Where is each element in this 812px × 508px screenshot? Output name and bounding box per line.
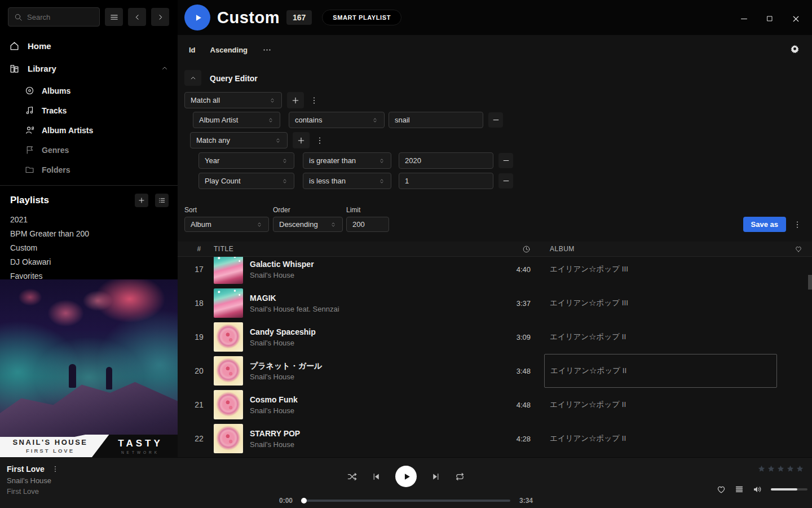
- seek-slider-knob[interactable]: [301, 498, 307, 503]
- query-editor-collapse-button[interactable]: [184, 70, 201, 86]
- now-playing-options-icon[interactable]: [51, 465, 59, 473]
- track-album-focused-cell[interactable]: エイリアン☆ポップ II: [544, 354, 777, 388]
- rule-field-select[interactable]: Play Count: [198, 173, 294, 189]
- playlist-item[interactable]: BPM Greater than 200: [0, 227, 178, 241]
- seek-bar-row: 0:00 3:34: [272, 497, 540, 505]
- more-options-icon[interactable]: [262, 45, 272, 55]
- scrollbar[interactable]: [807, 257, 812, 457]
- sidebar-item-library[interactable]: Library: [0, 60, 178, 76]
- sidebar-item-folders[interactable]: Folders: [0, 160, 178, 179]
- nav-back-button[interactable]: [128, 8, 146, 26]
- playlist-item[interactable]: DJ Okawari: [0, 255, 178, 269]
- favorite-button[interactable]: [716, 484, 726, 494]
- window-maximize-button[interactable]: [761, 12, 778, 25]
- order-select[interactable]: Descending: [273, 217, 343, 232]
- star-icon[interactable]: [776, 465, 785, 473]
- manage-playlists-button[interactable]: [155, 194, 169, 207]
- rule-operator-select[interactable]: is greater than: [303, 152, 391, 169]
- elapsed-time: 0:00: [272, 497, 293, 505]
- now-playing-info[interactable]: First Love Snail's House First Love: [7, 465, 59, 496]
- add-rule-button[interactable]: [293, 132, 310, 148]
- scrollbar-thumb[interactable]: [808, 275, 812, 290]
- table-row[interactable]: 22 STARRY POP Snail's House 4:28 エイリアン☆ポ…: [178, 422, 812, 456]
- now-playing-album[interactable]: First Love: [7, 487, 59, 496]
- match-select[interactable]: Match all: [184, 92, 282, 108]
- save-options-button[interactable]: [792, 217, 803, 232]
- rating-stars[interactable]: [757, 465, 804, 473]
- track-count-badge: 167: [286, 10, 312, 25]
- star-icon[interactable]: [786, 465, 795, 473]
- sort-direction-button[interactable]: Ascending: [210, 46, 248, 54]
- rule-field-select[interactable]: Album Artist: [193, 112, 280, 128]
- limit-input[interactable]: [346, 217, 389, 232]
- remove-rule-button[interactable]: [498, 153, 513, 168]
- save-as-button[interactable]: Save as: [743, 217, 786, 232]
- column-title[interactable]: TITLE: [214, 245, 500, 253]
- window-close-button[interactable]: [787, 12, 804, 25]
- add-rule-button[interactable]: [287, 92, 304, 108]
- menu-button[interactable]: [105, 8, 123, 26]
- gear-icon[interactable]: [790, 44, 800, 54]
- table-row[interactable]: 20 プラネット・ガール Snail's House 3:48 エイリアン☆ポッ…: [178, 354, 812, 388]
- shuffle-button[interactable]: [347, 471, 358, 482]
- remove-rule-button[interactable]: [488, 112, 503, 128]
- table-row[interactable]: 19 Candy Spaceship Snail's House 3:09 エイ…: [178, 320, 812, 354]
- track-album[interactable]: エイリアン☆ポップ III: [534, 257, 785, 286]
- remove-rule-button[interactable]: [498, 173, 513, 189]
- duration-column-clock-icon[interactable]: [500, 245, 534, 253]
- heart-icon: [716, 484, 726, 494]
- add-playlist-button[interactable]: [135, 194, 148, 207]
- star-icon[interactable]: [767, 465, 775, 473]
- rule-field-select[interactable]: Year: [198, 152, 294, 169]
- sidebar-item-genres[interactable]: Genres: [0, 140, 178, 160]
- next-track-button[interactable]: [431, 472, 440, 481]
- rule-operator-select[interactable]: contains: [289, 112, 385, 128]
- table-row[interactable]: 21 Cosmo Funk Snail's House 4:48 エイリアン☆ポ…: [178, 388, 812, 422]
- secondary-controls: [716, 484, 807, 494]
- track-album[interactable]: エイリアン☆ポップ II: [534, 388, 785, 422]
- repeat-button[interactable]: [454, 471, 465, 482]
- search-box[interactable]: [8, 7, 100, 27]
- playlist-item[interactable]: Custom: [0, 241, 178, 255]
- column-album[interactable]: ALBUM: [534, 245, 785, 253]
- sidebar-item-album-artists[interactable]: Album Artists: [0, 120, 178, 140]
- play-playlist-button[interactable]: [184, 5, 210, 30]
- seek-slider[interactable]: [302, 500, 510, 502]
- sidebar-item-label: Library: [28, 64, 56, 73]
- volume-button[interactable]: [752, 484, 762, 494]
- now-playing-album-art[interactable]: TASTY NETWORK SNAIL'S HOUSE FIRST LOVE: [0, 279, 178, 457]
- sidebar-item-tracks[interactable]: Tracks: [0, 100, 178, 120]
- collapse-chevron-icon[interactable]: [161, 64, 169, 72]
- rule-value-input[interactable]: [399, 173, 493, 189]
- nav-forward-button[interactable]: [151, 8, 169, 26]
- sidebar-item-home[interactable]: Home: [0, 38, 178, 54]
- track-album[interactable]: エイリアン☆ポップ III: [534, 286, 785, 320]
- sort-select[interactable]: Album: [184, 217, 269, 232]
- volume-slider[interactable]: [771, 488, 807, 491]
- playlist-item[interactable]: 2021: [0, 213, 178, 227]
- favorite-column-heart-icon[interactable]: [785, 245, 812, 253]
- column-number[interactable]: #: [184, 245, 214, 253]
- play-pause-button[interactable]: [395, 466, 417, 487]
- now-playing-artist[interactable]: Snail's House: [7, 476, 59, 485]
- match-select[interactable]: Match any: [190, 132, 288, 148]
- table-row[interactable]: 18 MAGIK Snail's House feat. Sennzai 3:3…: [178, 286, 812, 320]
- rule-operator-select[interactable]: is less than: [303, 173, 391, 189]
- star-icon[interactable]: [757, 465, 766, 473]
- group-options-button[interactable]: [308, 92, 320, 108]
- window-minimize-button[interactable]: [735, 12, 752, 25]
- track-album[interactable]: エイリアン☆ポップ II: [534, 422, 785, 456]
- select-caret-icon: [269, 97, 276, 104]
- rule-value-input[interactable]: [399, 152, 493, 169]
- sidebar-item-albums[interactable]: Albums: [0, 81, 178, 100]
- group-options-button[interactable]: [314, 132, 325, 148]
- queue-button[interactable]: [735, 485, 744, 494]
- rule-value-input[interactable]: [389, 112, 483, 128]
- folder-icon: [25, 165, 34, 174]
- search-input[interactable]: [27, 13, 94, 21]
- star-icon[interactable]: [796, 465, 804, 473]
- sort-field-button[interactable]: Id: [189, 46, 196, 54]
- track-album[interactable]: エイリアン☆ポップ II: [534, 320, 785, 354]
- table-row[interactable]: 17 Galactic Whisper Snail's House 4:40 エ…: [178, 257, 812, 286]
- previous-track-button[interactable]: [372, 472, 381, 481]
